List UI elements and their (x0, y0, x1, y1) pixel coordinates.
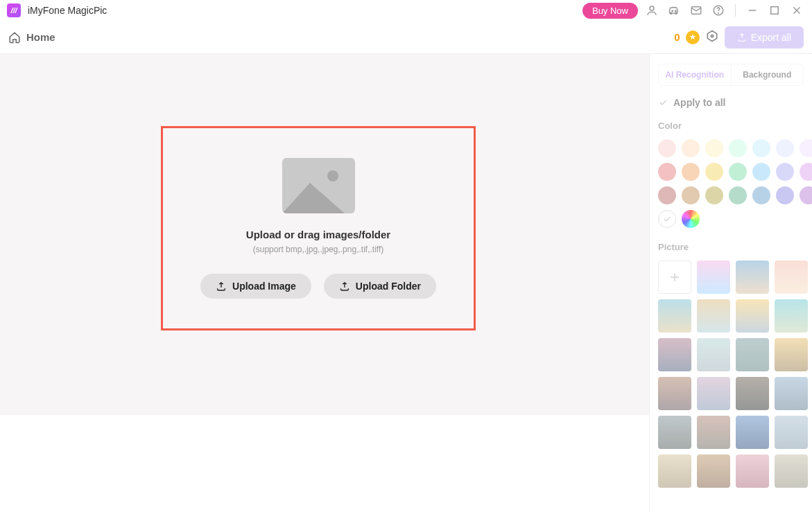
settings-icon[interactable] (705, 29, 719, 45)
svg-point-0 (650, 6, 654, 10)
svg-point-11 (711, 35, 713, 37)
svg-rect-7 (771, 7, 779, 15)
minimize-icon[interactable] (744, 2, 761, 19)
upload-folder-label: Upload Folder (356, 281, 421, 292)
color-swatch[interactable] (682, 186, 700, 204)
export-all-label: Export all (751, 32, 791, 43)
mail-icon[interactable] (688, 2, 705, 19)
tab-ai-recognition[interactable]: AI Recognition (659, 64, 732, 85)
color-swatch[interactable] (729, 163, 747, 181)
upload-subtitle: (support bmp,.jpg,.jpeg,.png,.tif,.tiff) (253, 245, 384, 254)
color-swatches (658, 139, 804, 228)
user-icon[interactable] (643, 2, 660, 19)
picture-thumb[interactable] (775, 416, 808, 449)
upload-icon (216, 281, 227, 292)
color-swatch[interactable] (682, 139, 700, 157)
upload-image-label: Upload Image (232, 281, 296, 292)
tab-background[interactable]: Background (732, 64, 804, 85)
picture-thumb[interactable] (775, 377, 808, 410)
color-section-label: Color (658, 121, 804, 131)
credit-count: 0 (674, 31, 680, 43)
svg-marker-10 (707, 31, 716, 42)
canvas-bottom (0, 415, 649, 512)
sidebar-tabs: AI Recognition Background (658, 64, 804, 86)
picture-thumb[interactable] (658, 416, 691, 449)
picture-thumb[interactable] (697, 416, 730, 449)
canvas-area: Upload or drag images/folder (support bm… (0, 54, 649, 512)
app-logo: /// (7, 3, 21, 17)
picture-thumb[interactable] (658, 377, 691, 410)
svg-point-1 (672, 10, 673, 12)
home-icon (8, 31, 21, 44)
color-picker[interactable] (682, 210, 700, 228)
picture-thumb[interactable] (736, 261, 769, 294)
home-label: Home (26, 31, 55, 43)
discord-icon[interactable] (666, 2, 682, 19)
picture-thumb[interactable] (736, 338, 769, 371)
sidebar: AI Recognition Background Apply to all C… (649, 54, 812, 512)
color-swatch[interactable] (705, 186, 723, 204)
color-swatch[interactable] (705, 163, 723, 181)
check-icon (658, 98, 668, 107)
picture-thumb[interactable] (658, 299, 691, 333)
buy-now-button[interactable]: Buy Now (582, 3, 638, 19)
color-swatch[interactable] (776, 163, 794, 181)
picture-thumb[interactable] (697, 299, 730, 333)
picture-thumb[interactable] (658, 454, 691, 488)
color-swatch[interactable] (800, 163, 812, 181)
maximize-icon[interactable] (766, 2, 783, 19)
picture-thumb[interactable] (775, 261, 808, 294)
picture-thumb[interactable] (736, 299, 769, 333)
picture-thumb[interactable] (658, 338, 691, 371)
picture-thumb[interactable] (775, 299, 808, 333)
color-swatch[interactable] (729, 186, 747, 204)
picture-thumb[interactable] (736, 377, 769, 410)
color-swatch[interactable] (658, 163, 676, 181)
picture-thumb[interactable] (736, 454, 769, 488)
color-none[interactable] (658, 210, 676, 228)
upload-image-button[interactable]: Upload Image (200, 274, 311, 299)
color-swatch[interactable] (682, 163, 700, 181)
picture-thumb[interactable] (775, 454, 808, 488)
picture-thumb[interactable] (736, 416, 769, 449)
color-swatch[interactable] (776, 139, 794, 157)
color-swatch[interactable] (800, 139, 812, 157)
upload-drop-zone[interactable]: Upload or drag images/folder (support bm… (161, 126, 476, 330)
color-swatch[interactable] (705, 139, 723, 157)
home-link[interactable]: Home (8, 31, 55, 44)
color-swatch[interactable] (776, 186, 794, 204)
color-swatch[interactable] (800, 186, 812, 204)
color-swatch[interactable] (752, 163, 770, 181)
divider (735, 4, 736, 17)
color-swatch[interactable] (658, 139, 676, 157)
upload-title: Upload or drag images/folder (246, 229, 390, 240)
image-placeholder-icon (282, 158, 355, 213)
svg-point-2 (675, 10, 677, 12)
color-swatch[interactable] (752, 139, 770, 157)
header: Home 0 ★ Export all (0, 21, 812, 54)
apply-to-all-label: Apply to all (673, 97, 725, 108)
help-icon[interactable] (710, 2, 727, 19)
picture-section-label: Picture (658, 242, 804, 252)
close-icon[interactable] (788, 2, 805, 19)
picture-thumb[interactable] (775, 338, 808, 371)
upload-folder-button[interactable]: Upload Folder (324, 274, 436, 299)
export-icon (737, 33, 747, 42)
picture-thumb[interactable] (697, 377, 730, 410)
add-picture-button[interactable]: + (658, 261, 691, 294)
picture-thumb[interactable] (697, 261, 730, 294)
star-badge-icon: ★ (686, 30, 700, 44)
app-title: iMyFone MagicPic (28, 5, 107, 16)
color-swatch[interactable] (752, 186, 770, 204)
upload-icon (339, 281, 350, 292)
picture-grid: + (658, 261, 804, 488)
export-all-button[interactable]: Export all (725, 26, 804, 48)
apply-to-all[interactable]: Apply to all (658, 97, 804, 108)
color-swatch[interactable] (729, 139, 747, 157)
color-swatch[interactable] (658, 186, 676, 204)
picture-thumb[interactable] (697, 454, 730, 488)
picture-thumb[interactable] (697, 338, 730, 371)
svg-point-5 (718, 12, 719, 13)
titlebar: /// iMyFone MagicPic Buy Now (0, 0, 812, 21)
